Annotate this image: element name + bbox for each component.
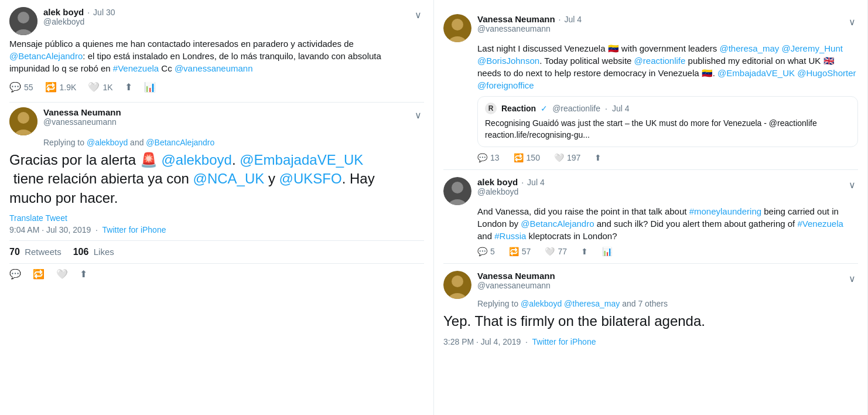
betanc-link[interactable]: @BetancAlejandro bbox=[9, 51, 83, 61]
main-tweet-header-left: Vanessa Neumann @vanessaneumann bbox=[9, 107, 121, 135]
vanessa-username-r3: @vanessaneumann bbox=[477, 281, 555, 290]
right-tweet1-chevron[interactable]: ∨ bbox=[846, 14, 858, 30]
reactionlife[interactable]: @reactionlife bbox=[634, 56, 686, 66]
like-count-r1: 197 bbox=[567, 153, 580, 162]
embajada-ve-uk[interactable]: @EmbajadaVE_UK bbox=[717, 68, 795, 78]
boris-johnson[interactable]: @BorisJohnson bbox=[477, 56, 539, 66]
reply-icon-main: 💬 bbox=[9, 268, 21, 280]
main-tweet-block: Vanessa Neumann @vanessaneumann ∨ Replyi… bbox=[9, 103, 424, 289]
right-tweet1-actions: 💬 13 🔁 150 🤍 197 ⬆ bbox=[477, 153, 858, 162]
like-count-r2: 77 bbox=[558, 247, 567, 256]
right-tweet2-chevron[interactable]: ∨ bbox=[846, 177, 858, 193]
sep1: · bbox=[559, 15, 561, 24]
reply-alekboyd[interactable]: @alekboyd bbox=[87, 138, 128, 147]
main-tweet-actions: 💬 🔁 🤍 ⬆ bbox=[9, 266, 424, 282]
retweet-r2[interactable]: 🔁 57 bbox=[509, 247, 531, 256]
retweet-icon-r2: 🔁 bbox=[509, 247, 519, 256]
top-tweet-chevron[interactable]: ∨ bbox=[412, 7, 424, 23]
main-tweet-body: Gracias por la alerta 🚨 @alekboyd. @Emba… bbox=[9, 151, 424, 207]
top-tweet-header-left: alek boyd · Jul 30 @alekboyd bbox=[9, 7, 115, 35]
reaction-name: Reaction bbox=[501, 104, 536, 113]
like-icon-r1: 🤍 bbox=[554, 153, 564, 162]
right-tweet1-header-left: Vanessa Neumann · Jul 4 @vanessaneumann bbox=[443, 14, 582, 42]
foreignoffice[interactable]: @foreignoffice bbox=[477, 80, 534, 90]
reply-to-r3: Replying to @alekboyd @theresa_may and 7… bbox=[477, 299, 858, 308]
right-tweet3-block: Vanessa Neumann @vanessaneumann ∨ Replyi… bbox=[443, 264, 858, 359]
vanessa-user-info-main: Vanessa Neumann @vanessaneumann bbox=[43, 107, 121, 127]
quoted-tweet-body: Recognising Guaidó was just the start – … bbox=[485, 118, 850, 141]
theresa-may[interactable]: @theresa_may bbox=[719, 43, 779, 53]
analytics-r2[interactable]: 📊 bbox=[602, 247, 612, 256]
retweet-action-main[interactable]: 🔁 bbox=[33, 268, 45, 280]
vanessa-username-main: @vanessaneumann bbox=[43, 117, 121, 127]
vanessa-display-r1: Vanessa Neumann bbox=[477, 14, 555, 24]
main-tweet-chevron[interactable]: ∨ bbox=[412, 107, 424, 123]
venezuela-r2[interactable]: #Venezuela bbox=[797, 219, 843, 229]
vanessa-avatar-r3 bbox=[443, 271, 471, 299]
top-tweet-actions: 💬 55 🔁 1.9K 🤍 1K ⬆ 📊 bbox=[9, 79, 424, 95]
likes-count: 106 bbox=[73, 247, 89, 257]
reply-icon-top: 💬 bbox=[9, 81, 21, 93]
reply-action-top[interactable]: 💬 55 bbox=[9, 81, 33, 93]
retweets-label: Retweets bbox=[25, 247, 61, 257]
svg-point-13 bbox=[452, 275, 463, 287]
translate-link[interactable]: Translate Tweet bbox=[9, 213, 424, 223]
vanessa-date-r1: Jul 4 bbox=[564, 15, 582, 24]
retweet-r1[interactable]: 🔁 150 bbox=[514, 153, 540, 162]
reply-alekboyd-r3[interactable]: @alekboyd bbox=[521, 299, 562, 308]
share-r1[interactable]: ⬆ bbox=[594, 153, 602, 162]
reaction-avatar: R bbox=[485, 103, 497, 114]
russia-r2[interactable]: #Russia bbox=[494, 231, 526, 241]
vanessaneumann-mention[interactable]: @vanessaneumann bbox=[175, 63, 253, 73]
share-action-top[interactable]: ⬆ bbox=[125, 81, 132, 93]
svg-point-10 bbox=[452, 182, 463, 193]
reply-r2[interactable]: 💬 5 bbox=[477, 247, 495, 256]
right-tweet1-block: Vanessa Neumann · Jul 4 @vanessaneumann … bbox=[443, 7, 858, 170]
vanessa-avatar-main bbox=[9, 107, 37, 135]
reply-count-r1: 13 bbox=[490, 153, 500, 162]
reply-betanc[interactable]: @BetancAlejandro bbox=[146, 138, 214, 147]
analytics-icon-r2: 📊 bbox=[602, 247, 612, 256]
reply-r1[interactable]: 💬 13 bbox=[477, 153, 500, 162]
alek-date-r2: Jul 4 bbox=[527, 178, 545, 187]
retweet-count-r1: 150 bbox=[527, 153, 540, 162]
reply-theresa-r3[interactable]: @theresa_may bbox=[564, 299, 620, 308]
right-tweet2-header: alek boyd · Jul 4 @alekboyd ∨ bbox=[443, 177, 858, 205]
tweet-client[interactable]: Twitter for iPhone bbox=[102, 225, 166, 234]
embajada-mention[interactable]: @EmbajadaVE_UK bbox=[240, 152, 363, 168]
share-r2[interactable]: ⬆ bbox=[581, 247, 588, 256]
retweets-stat: 70 Retweets bbox=[9, 247, 61, 257]
alek-boyd-username-top: @alekboyd bbox=[43, 17, 115, 26]
jeremy-hunt[interactable]: @Jeremy_Hunt bbox=[782, 43, 843, 53]
hugo-shorter[interactable]: @HugoShorter bbox=[797, 68, 856, 78]
venezuela-hashtag[interactable]: #Venezuela bbox=[113, 63, 159, 73]
like-r2[interactable]: 🤍 77 bbox=[545, 247, 567, 256]
like-r1[interactable]: 🤍 197 bbox=[554, 153, 580, 162]
stats-row: 70 Retweets 106 Likes bbox=[9, 240, 424, 264]
right-tweet3-chevron[interactable]: ∨ bbox=[846, 271, 858, 287]
alekboyd-mention[interactable]: @alekboyd bbox=[161, 152, 231, 168]
vanessa-avatar-r1 bbox=[443, 14, 471, 42]
share-action-main[interactable]: ⬆ bbox=[80, 268, 87, 280]
betanc-r2[interactable]: @BetancAlejandro bbox=[521, 219, 594, 229]
right-tweet3-client[interactable]: Twitter for iPhone bbox=[532, 337, 596, 346]
retweet-action-top[interactable]: 🔁 1.9K bbox=[45, 81, 77, 93]
retweet-icon-top: 🔁 bbox=[45, 81, 57, 93]
share-icon-top: ⬆ bbox=[125, 81, 132, 93]
alek-boyd-avatar-top bbox=[9, 7, 37, 35]
retweet-count-top: 1.9K bbox=[60, 83, 77, 92]
like-action-top[interactable]: 🤍 1K bbox=[88, 81, 112, 93]
verified-badge: ✓ bbox=[541, 104, 548, 113]
like-icon-top: 🤍 bbox=[88, 81, 100, 93]
uksfo-mention[interactable]: @UKSFO bbox=[279, 171, 342, 186]
reply-count-top: 55 bbox=[24, 83, 33, 92]
retweet-count-r2: 57 bbox=[522, 247, 531, 256]
moneylaundering[interactable]: #moneylaundering bbox=[689, 206, 761, 216]
analytics-action-top[interactable]: 📊 bbox=[144, 81, 156, 93]
nca-mention[interactable]: @NCA_UK bbox=[193, 171, 265, 186]
reply-count-r2: 5 bbox=[490, 247, 495, 256]
like-action-main[interactable]: 🤍 bbox=[56, 268, 68, 280]
alek-display-r2: alek boyd bbox=[477, 177, 518, 187]
reply-action-main[interactable]: 💬 bbox=[9, 268, 21, 280]
retweet-icon-main: 🔁 bbox=[33, 268, 45, 280]
